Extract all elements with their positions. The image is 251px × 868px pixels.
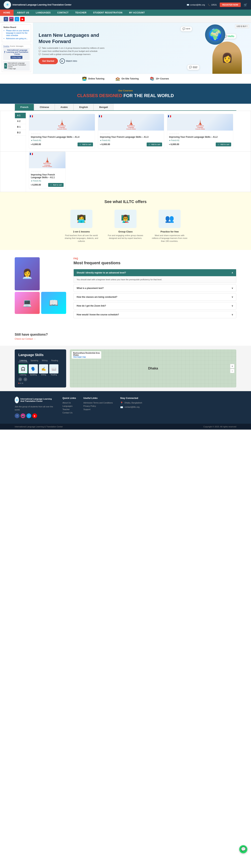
- add-to-cart-button-2[interactable]: 🛒 Add to cart: [147, 143, 162, 146]
- tab-english[interactable]: English: [73, 104, 94, 110]
- notice-item-1[interactable]: Please click on your desired language to…: [6, 29, 29, 37]
- prev-arrow[interactable]: ←: [19, 377, 22, 381]
- skill-label-4: Reading: [49, 374, 59, 376]
- add-to-cart-button-4[interactable]: 🛒 Add to cart: [48, 183, 64, 187]
- footer-link-contact[interactable]: Contact Us: [63, 411, 76, 414]
- course-stars-3: ☆☆☆☆☆: [169, 132, 231, 135]
- nav-contact[interactable]: CONTACT: [54, 9, 72, 16]
- tab-chinese[interactable]: Chinese: [34, 104, 55, 110]
- person-avatar: 👩: [212, 41, 242, 74]
- skill-img-3: ✍️: [39, 364, 48, 373]
- faq-question-4[interactable]: How do I get the Zoom link? ∨: [74, 302, 236, 309]
- footer-link-about[interactable]: About Us: [63, 402, 76, 404]
- eiffel-icon-1: 🗼: [59, 119, 65, 125]
- timeline-tabs: Timeline Events Messages: [3, 45, 30, 47]
- skill-tab-writing[interactable]: Writing: [41, 359, 49, 362]
- facebook-icon[interactable]: f: [4, 17, 8, 21]
- course-img-text-2: Best FrenchLanguageCourses Online: [126, 125, 136, 130]
- page-thumbnail: IL: [4, 63, 7, 69]
- usd-selector[interactable]: USD $ BUY !: [235, 25, 249, 28]
- nav-home[interactable]: HOME: [0, 9, 13, 16]
- map-container: Bashundhara Residential Area Dhaka View …: [70, 349, 236, 388]
- footer-facebook-icon[interactable]: f: [15, 413, 20, 418]
- online-tutoring: 👨‍💻 Online Tutoring: [82, 76, 104, 81]
- footer-logo: 🌐 International Language Learning And Tr…: [15, 397, 55, 403]
- skill-tab-listening[interactable]: Listening: [19, 359, 28, 362]
- add-to-cart-button-1[interactable]: 🛒 Add to cart: [77, 143, 93, 146]
- offer-title-1: 1-on-1 lessons: [63, 230, 100, 233]
- courses-count: 📚 10+ Courses: [150, 76, 169, 81]
- course-footer-1: ৳ 6,000.00 🛒 Add to cart: [31, 143, 93, 146]
- hero-content: Learn New Languages and Move Forward Tak…: [39, 32, 112, 64]
- hero-feature-1: Take customizable 1-on-1 & group lessons…: [39, 47, 112, 49]
- eiffel-icon-2: 🗼: [128, 119, 134, 125]
- skill-tab-reading[interactable]: Reading: [50, 359, 59, 362]
- sidebar: Notice Board Please click on your desire…: [0, 23, 33, 74]
- youtube-icon[interactable]: ▶: [20, 17, 25, 21]
- group-class-icon: 👨‍🏫: [121, 214, 130, 223]
- course-price-1: ৳ 6,000.00: [31, 143, 41, 146]
- events-tab[interactable]: Events: [10, 45, 15, 47]
- map-controls: + −: [230, 364, 235, 373]
- view-larger-map-link[interactable]: View larger map: [73, 356, 100, 358]
- map-zoom-out[interactable]: −: [230, 369, 235, 373]
- faq-question-1[interactable]: Should I directly register to an advance…: [74, 269, 236, 276]
- messages-tab[interactable]: Messages: [16, 45, 23, 47]
- notice-item-2[interactable]: Admissions are going on...: [6, 37, 29, 40]
- level-a1[interactable]: A 1: [15, 113, 26, 118]
- faq-question-5[interactable]: How would I know the course schedule? ∨: [74, 311, 236, 318]
- instagram-icon[interactable]: 📷: [9, 17, 13, 21]
- footer-youtube-icon[interactable]: ▶: [32, 413, 37, 418]
- footer-link-support[interactable]: Support: [83, 408, 113, 410]
- nav-student-reg[interactable]: STUDENT REGISTRATION: [90, 9, 126, 16]
- level-b1[interactable]: B 1: [15, 124, 26, 130]
- watch-intro-button[interactable]: ▶ Watch Intro: [60, 59, 77, 64]
- contact-link[interactable]: Check our Contact →: [15, 338, 236, 340]
- footer-useful-links: Useful Links Admission Terms and Conditi…: [83, 397, 113, 418]
- fb-follow-button[interactable]: Follow Page: [10, 56, 23, 59]
- cart-icon[interactable]: 🛒: [244, 3, 247, 7]
- offers-grid: 👩‍💻 1-on-1 lessons Find teachers from al…: [15, 210, 236, 243]
- footer-twitter-icon[interactable]: t: [27, 413, 31, 418]
- tab-arabic[interactable]: Arabic: [55, 104, 73, 110]
- footer-link-teacher[interactable]: Teacher: [63, 408, 76, 410]
- eiffel-icon-3: 🗼: [197, 119, 204, 125]
- footer-link-languages[interactable]: Languages: [63, 405, 76, 407]
- courses-icon: 📚: [150, 76, 154, 81]
- notice-board: Notice Board Please click on your desire…: [2, 25, 31, 42]
- online-tutoring-icon: 👨‍💻: [82, 76, 87, 81]
- timeline-tab[interactable]: Timeline: [3, 45, 9, 47]
- twitter-icon[interactable]: t: [15, 17, 19, 21]
- skill-label-2: Speaking: [29, 374, 38, 376]
- sidebar-facebook: Timeline Events Messages f International…: [2, 44, 31, 72]
- nav-about[interactable]: ABOUT US: [13, 9, 33, 16]
- register-button[interactable]: REGISTER NOW: [220, 3, 241, 7]
- top-bar: 🌐 International Language Learning And Tr…: [0, 0, 251, 9]
- faq-title: Most frequent questions: [73, 260, 236, 266]
- get-started-button[interactable]: Get Started: [39, 58, 58, 64]
- course-img-text-3: Best FrenchLanguageCourses Online: [195, 125, 205, 130]
- footer-bottom: International Language Learning & Transl…: [0, 424, 251, 430]
- footer-link-admission[interactable]: Admission Terms and Conditions: [83, 402, 113, 404]
- nav-languages[interactable]: LANGUAGES: [33, 9, 54, 16]
- faq-question-2[interactable]: What is a placement test? ∨: [74, 285, 236, 292]
- footer-instagram-icon[interactable]: 📷: [21, 413, 25, 418]
- map-zoom-in[interactable]: +: [230, 364, 235, 368]
- nav-account[interactable]: MY ACCOUNT: [126, 9, 148, 16]
- french-flag-3: 🇫🇷: [168, 115, 171, 118]
- level-b2[interactable]: B 2: [15, 130, 26, 135]
- level-a2[interactable]: A 2: [15, 118, 26, 124]
- course-footer-2: ৳ 6,000.00 🛒 Add to cart: [100, 143, 162, 146]
- skill-tab-speaking[interactable]: Speaking: [29, 359, 39, 362]
- faq-question-3[interactable]: How the classes are being conducted? ∨: [74, 293, 236, 301]
- next-arrow[interactable]: →: [24, 377, 27, 381]
- footer-link-privacy[interactable]: Privacy Policy: [83, 405, 113, 407]
- hero-feature-2: Learn from certified teachers that fit y…: [39, 50, 112, 52]
- footer-email: ✉️ contact@illtc.org: [120, 406, 142, 409]
- logo-icon: 🌐: [4, 1, 11, 8]
- nav-teacher[interactable]: TEACHER: [72, 9, 90, 16]
- faq-images: 👩‍💼 💻 📖: [15, 257, 66, 314]
- tab-french[interactable]: French: [15, 104, 34, 110]
- add-to-cart-button-3[interactable]: 🛒 Add to cart: [216, 143, 231, 146]
- tab-bengali[interactable]: Bengali: [94, 104, 114, 110]
